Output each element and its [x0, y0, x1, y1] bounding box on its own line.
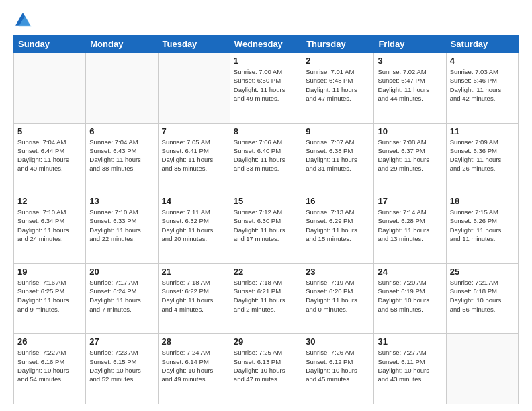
day-info: Sunrise: 7:04 AM Sunset: 6:43 PM Dayligh… — [89, 138, 154, 173]
calendar-week-row: 1Sunrise: 7:00 AM Sunset: 6:50 PM Daylig… — [14, 53, 519, 124]
calendar-cell: 12Sunrise: 7:10 AM Sunset: 6:34 PM Dayli… — [14, 193, 86, 264]
day-number: 11 — [450, 126, 515, 136]
day-number: 17 — [378, 196, 442, 206]
day-info: Sunrise: 7:24 AM Sunset: 6:14 PM Dayligh… — [162, 348, 226, 383]
day-info: Sunrise: 7:19 AM Sunset: 6:20 PM Dayligh… — [306, 278, 370, 314]
day-number: 4 — [450, 56, 515, 66]
day-number: 25 — [450, 267, 515, 277]
calendar-week-row: 26Sunrise: 7:22 AM Sunset: 6:16 PM Dayli… — [14, 334, 519, 404]
day-info: Sunrise: 7:18 AM Sunset: 6:21 PM Dayligh… — [234, 278, 298, 314]
calendar-cell: 18Sunrise: 7:15 AM Sunset: 6:26 PM Dayli… — [446, 193, 518, 264]
day-info: Sunrise: 7:20 AM Sunset: 6:19 PM Dayligh… — [378, 278, 442, 314]
calendar-week-row: 19Sunrise: 7:16 AM Sunset: 6:25 PM Dayli… — [14, 263, 519, 334]
day-info: Sunrise: 7:14 AM Sunset: 6:28 PM Dayligh… — [378, 208, 442, 243]
day-number: 23 — [306, 267, 370, 277]
day-number: 15 — [234, 196, 298, 206]
calendar-cell: 17Sunrise: 7:14 AM Sunset: 6:28 PM Dayli… — [374, 193, 446, 264]
logo-icon — [13, 11, 32, 30]
calendar-cell: 30Sunrise: 7:26 AM Sunset: 6:12 PM Dayli… — [302, 334, 374, 404]
day-info: Sunrise: 7:01 AM Sunset: 6:48 PM Dayligh… — [306, 67, 370, 103]
day-number: 29 — [234, 336, 298, 347]
calendar-day-header: Tuesday — [158, 36, 230, 53]
page: SundayMondayTuesdayWednesdayThursdayFrid… — [0, 0, 532, 411]
day-number: 24 — [378, 267, 442, 277]
day-number: 7 — [162, 126, 226, 136]
day-number: 30 — [306, 336, 370, 347]
day-number: 28 — [162, 336, 226, 347]
day-info: Sunrise: 7:17 AM Sunset: 6:24 PM Dayligh… — [89, 278, 154, 314]
day-number: 13 — [89, 196, 154, 206]
calendar-cell — [14, 53, 86, 124]
calendar-cell: 14Sunrise: 7:11 AM Sunset: 6:32 PM Dayli… — [158, 193, 230, 264]
day-info: Sunrise: 7:11 AM Sunset: 6:32 PM Dayligh… — [162, 208, 226, 243]
day-number: 16 — [306, 196, 370, 206]
day-info: Sunrise: 7:10 AM Sunset: 6:33 PM Dayligh… — [89, 208, 154, 243]
calendar-cell: 20Sunrise: 7:17 AM Sunset: 6:24 PM Dayli… — [86, 263, 158, 334]
day-number: 26 — [17, 336, 82, 347]
day-info: Sunrise: 7:18 AM Sunset: 6:22 PM Dayligh… — [162, 278, 226, 314]
calendar-cell: 16Sunrise: 7:13 AM Sunset: 6:29 PM Dayli… — [302, 193, 374, 264]
calendar-cell: 22Sunrise: 7:18 AM Sunset: 6:21 PM Dayli… — [230, 263, 302, 334]
calendar-cell — [446, 334, 518, 404]
calendar-cell: 28Sunrise: 7:24 AM Sunset: 6:14 PM Dayli… — [158, 334, 230, 404]
day-number: 9 — [306, 126, 370, 136]
calendar-cell: 1Sunrise: 7:00 AM Sunset: 6:50 PM Daylig… — [230, 53, 302, 124]
day-info: Sunrise: 7:09 AM Sunset: 6:36 PM Dayligh… — [450, 138, 515, 173]
day-info: Sunrise: 7:23 AM Sunset: 6:15 PM Dayligh… — [89, 348, 154, 383]
calendar-day-header: Sunday — [14, 36, 86, 53]
day-number: 12 — [17, 196, 82, 206]
day-info: Sunrise: 7:15 AM Sunset: 6:26 PM Dayligh… — [450, 208, 515, 243]
calendar-cell: 27Sunrise: 7:23 AM Sunset: 6:15 PM Dayli… — [86, 334, 158, 404]
day-number: 1 — [234, 56, 298, 66]
day-number: 10 — [378, 126, 442, 136]
day-info: Sunrise: 7:22 AM Sunset: 6:16 PM Dayligh… — [17, 348, 82, 383]
day-number: 8 — [234, 126, 298, 136]
day-number: 20 — [89, 267, 154, 277]
day-number: 27 — [89, 336, 154, 347]
calendar-cell: 19Sunrise: 7:16 AM Sunset: 6:25 PM Dayli… — [14, 263, 86, 334]
day-info: Sunrise: 7:16 AM Sunset: 6:25 PM Dayligh… — [17, 278, 82, 314]
logo — [13, 11, 35, 30]
calendar-cell: 25Sunrise: 7:21 AM Sunset: 6:18 PM Dayli… — [446, 263, 518, 334]
calendar-week-row: 5Sunrise: 7:04 AM Sunset: 6:44 PM Daylig… — [14, 123, 519, 193]
calendar-week-row: 12Sunrise: 7:10 AM Sunset: 6:34 PM Dayli… — [14, 193, 519, 264]
day-info: Sunrise: 7:12 AM Sunset: 6:30 PM Dayligh… — [234, 208, 298, 243]
calendar-cell: 8Sunrise: 7:06 AM Sunset: 6:40 PM Daylig… — [230, 123, 302, 193]
day-info: Sunrise: 7:02 AM Sunset: 6:47 PM Dayligh… — [378, 67, 442, 103]
day-info: Sunrise: 7:07 AM Sunset: 6:38 PM Dayligh… — [306, 138, 370, 173]
day-number: 2 — [306, 56, 370, 66]
day-number: 19 — [17, 267, 82, 277]
calendar-cell: 7Sunrise: 7:05 AM Sunset: 6:41 PM Daylig… — [158, 123, 230, 193]
day-number: 21 — [162, 267, 226, 277]
calendar-cell — [158, 53, 230, 124]
day-info: Sunrise: 7:08 AM Sunset: 6:37 PM Dayligh… — [378, 138, 442, 173]
day-number: 3 — [378, 56, 442, 66]
calendar-table: SundayMondayTuesdayWednesdayThursdayFrid… — [13, 35, 519, 404]
day-info: Sunrise: 7:26 AM Sunset: 6:12 PM Dayligh… — [306, 348, 370, 383]
day-info: Sunrise: 7:13 AM Sunset: 6:29 PM Dayligh… — [306, 208, 370, 243]
calendar-day-header: Saturday — [446, 36, 518, 53]
calendar-cell: 15Sunrise: 7:12 AM Sunset: 6:30 PM Dayli… — [230, 193, 302, 264]
calendar-cell — [86, 53, 158, 124]
day-number: 22 — [234, 267, 298, 277]
day-info: Sunrise: 7:27 AM Sunset: 6:11 PM Dayligh… — [378, 348, 442, 383]
day-number: 6 — [89, 126, 154, 136]
calendar-cell: 10Sunrise: 7:08 AM Sunset: 6:37 PM Dayli… — [374, 123, 446, 193]
day-number: 5 — [17, 126, 82, 136]
day-info: Sunrise: 7:06 AM Sunset: 6:40 PM Dayligh… — [234, 138, 298, 173]
calendar-header-row: SundayMondayTuesdayWednesdayThursdayFrid… — [14, 36, 519, 53]
day-info: Sunrise: 7:10 AM Sunset: 6:34 PM Dayligh… — [17, 208, 82, 243]
calendar-cell: 23Sunrise: 7:19 AM Sunset: 6:20 PM Dayli… — [302, 263, 374, 334]
calendar-cell: 26Sunrise: 7:22 AM Sunset: 6:16 PM Dayli… — [14, 334, 86, 404]
day-info: Sunrise: 7:25 AM Sunset: 6:13 PM Dayligh… — [234, 348, 298, 383]
day-info: Sunrise: 7:21 AM Sunset: 6:18 PM Dayligh… — [450, 278, 515, 314]
calendar-day-header: Thursday — [302, 36, 374, 53]
calendar-cell: 2Sunrise: 7:01 AM Sunset: 6:48 PM Daylig… — [302, 53, 374, 124]
calendar-cell: 24Sunrise: 7:20 AM Sunset: 6:19 PM Dayli… — [374, 263, 446, 334]
day-info: Sunrise: 7:05 AM Sunset: 6:41 PM Dayligh… — [162, 138, 226, 173]
calendar-cell: 21Sunrise: 7:18 AM Sunset: 6:22 PM Dayli… — [158, 263, 230, 334]
calendar-cell: 11Sunrise: 7:09 AM Sunset: 6:36 PM Dayli… — [446, 123, 518, 193]
header — [13, 11, 519, 30]
calendar-cell: 9Sunrise: 7:07 AM Sunset: 6:38 PM Daylig… — [302, 123, 374, 193]
calendar-cell: 13Sunrise: 7:10 AM Sunset: 6:33 PM Dayli… — [86, 193, 158, 264]
